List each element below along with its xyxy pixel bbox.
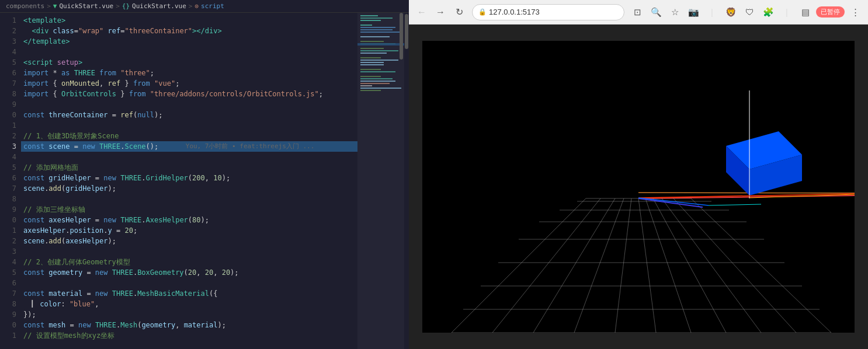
svg-rect-11 [357,43,404,46]
svg-rect-29 [422,41,855,333]
ln-31: 1 [0,330,16,341]
svg-rect-28 [400,13,403,60]
svg-rect-24 [360,83,390,84]
divider2: | [779,4,795,20]
forward-button[interactable]: → [432,4,449,20]
address-bar-container[interactable]: 🔒 [472,4,624,20]
code-line-31: // 设置模型mesh的xyz坐标 [21,330,357,341]
ln-16: 6 [0,173,16,183]
scrollbar-thumb[interactable] [405,14,408,49]
code-line-8: import { OrbitControls } from "three/add… [21,89,357,99]
breadcrumb-type: {} [122,2,130,10]
svg-rect-3 [360,20,381,21]
breadcrumb-script[interactable]: script [201,2,224,10]
puzzle-icon-btn[interactable]: 🧩 [760,4,776,20]
ln-19: 9 [0,204,16,215]
svg-rect-23 [360,81,395,82]
svg-rect-1 [360,15,378,16]
breadcrumb-components[interactable]: components [6,2,44,10]
code-area[interactable]: 1 2 3 4 5 6 7 8 9 0 1 2 3 4 5 6 7 8 9 0 … [0,13,409,349]
scrollbar-right[interactable] [404,13,409,349]
code-line-29: }); [21,309,357,320]
ln-30: 0 [0,320,16,330]
code-line-6: import * as THREE from "three"; [21,68,357,78]
ln-12: 2 [0,131,16,141]
svg-rect-2 [360,18,393,19]
ln-24: 4 [0,257,16,267]
code-line-13: const scene = new THREE.Scene(); You, 7小… [21,141,357,152]
line-numbers: 1 2 3 4 5 6 7 8 9 0 1 2 3 4 5 6 7 8 9 0 … [0,13,21,349]
svg-rect-4 [360,25,372,26]
ln-15: 5 [0,162,16,173]
breadcrumb-typename[interactable]: QuickStart.vue [132,2,186,10]
code-line-18 [21,194,357,204]
code-line-14 [21,152,357,162]
address-bar-input[interactable] [489,8,618,16]
code-line-27: const material = new THREE.MeshBasicMate… [21,288,357,299]
breadcrumb-sep1: > [47,2,51,10]
svg-rect-5 [360,27,395,28]
screenshot-icon-btn[interactable]: 📷 [685,4,702,20]
code-line-19: // 添加三维坐标轴 [21,204,357,215]
svg-rect-20 [360,71,395,72]
svg-rect-14 [360,53,387,54]
minimap[interactable] [357,13,404,349]
three-canvas [422,41,855,333]
ln-23: 3 [0,246,16,257]
ln-5: 5 [0,57,16,68]
ln-29: 9 [0,309,16,320]
code-line-4 [21,47,357,57]
editor-panel: components > ▼ QuickStart.vue > {} Quick… [0,0,409,349]
breadcrumb-filename[interactable]: QuickStart.vue [59,2,113,10]
ln-1: 1 [0,15,16,26]
code-line-20: const axesHelper = new THREE.AxesHelper(… [21,215,357,225]
code-line-10: const threeContainer = ref(null); [21,110,357,120]
ln-8: 8 [0,89,16,99]
ln-21: 1 [0,225,16,236]
svg-rect-18 [360,64,384,65]
code-line-24: // 2、创建几何体Geometry模型 [21,257,357,267]
code-line-1: <template> [21,15,357,26]
reload-button[interactable]: ↻ [451,4,467,20]
ln-13: 3 [0,141,16,152]
bookmark-icon-btn[interactable]: ☆ [666,4,683,20]
svg-rect-17 [360,62,384,63]
code-line-5: <script setup> [21,57,357,68]
code-line-2: <div class="wrap" ref="threeContainer"><… [21,26,357,36]
svg-rect-12 [360,48,384,49]
zoom-icon-btn[interactable]: 🔍 [648,4,664,20]
code-line-11 [21,120,357,131]
ln-18: 8 [0,194,16,204]
code-line-23 [21,246,357,257]
svg-rect-7 [360,32,401,33]
ln-27: 7 [0,288,16,299]
minimap-svg [357,13,404,349]
lock-icon: 🔒 [478,8,487,16]
menu-icon-btn[interactable]: ⋮ [847,4,863,20]
svg-rect-21 [360,76,381,77]
breadcrumb-bar: components > ▼ QuickStart.vue > {} Quick… [0,0,409,13]
breadcrumb-vue-icon: ▼ [53,2,57,10]
ln-6: 6 [0,68,16,78]
browser-panel: ← → ↻ 🔒 ⊡ 🔍 ☆ 📷 | 🦁 🛡 🧩 | ▤ 已暂停 ⋮ [409,0,868,349]
code-content[interactable]: <template> <div class="wrap" ref="threeC… [21,13,357,349]
ln-22: 2 [0,236,16,246]
svg-rect-27 [360,90,381,91]
back-button[interactable]: ← [414,4,430,20]
svg-rect-9 [360,41,384,42]
ln-11: 1 [0,120,16,131]
svg-rect-0 [357,13,404,349]
svg-rect-25 [360,85,372,86]
code-line-25: const geometry = new THREE.BoxGeometry(2… [21,267,357,278]
breadcrumb-sep3: > [189,2,193,10]
brave-icon-btn[interactable]: 🦁 [723,4,739,20]
cast-icon-btn[interactable]: ⊡ [629,4,645,20]
svg-rect-16 [360,60,398,61]
svg-rect-26 [360,88,401,89]
shield-icon-btn[interactable]: 🛡 [741,4,758,20]
sidebar-icon-btn[interactable]: ▤ [797,4,814,20]
code-line-7: import { onMounted, ref } from "vue"; [21,78,357,89]
code-line-26 [21,278,357,288]
ln-26: 6 [0,278,16,288]
browser-content [409,25,868,349]
